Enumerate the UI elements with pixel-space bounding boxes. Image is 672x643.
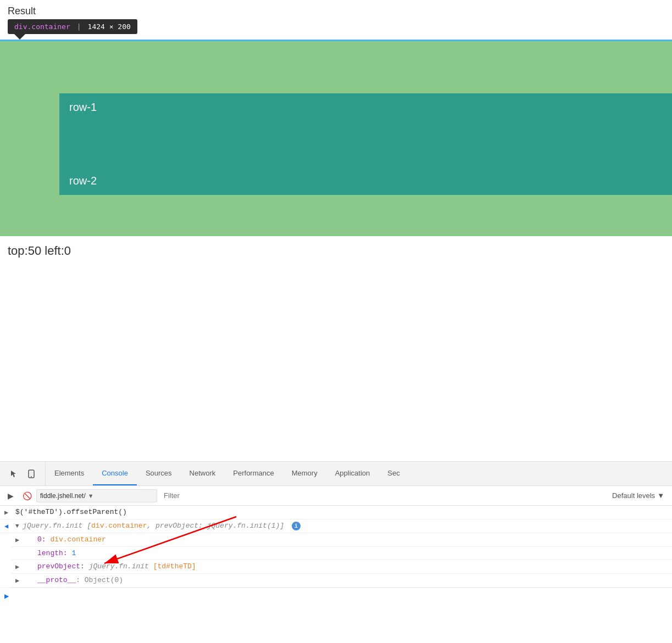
tooltip-container: div.container | 1424 × 200 bbox=[8, 19, 137, 40]
inner-box: row-1 row-2 bbox=[59, 93, 672, 195]
position-text: top:50 left:0 bbox=[0, 236, 672, 266]
row2-label: row-2 bbox=[69, 175, 662, 187]
tooltip-separator: | bbox=[77, 23, 81, 31]
result-label: Result bbox=[0, 0, 672, 19]
tooltip-arrow bbox=[14, 34, 25, 40]
tooltip-tag: div.container bbox=[14, 23, 70, 31]
preview-area: row-1 row-2 bbox=[0, 41, 672, 236]
tooltip-box: div.container | 1424 × 200 bbox=[8, 19, 137, 34]
tooltip-dimensions: 1424 × 200 bbox=[88, 23, 131, 31]
row1-label: row-1 bbox=[69, 101, 662, 114]
